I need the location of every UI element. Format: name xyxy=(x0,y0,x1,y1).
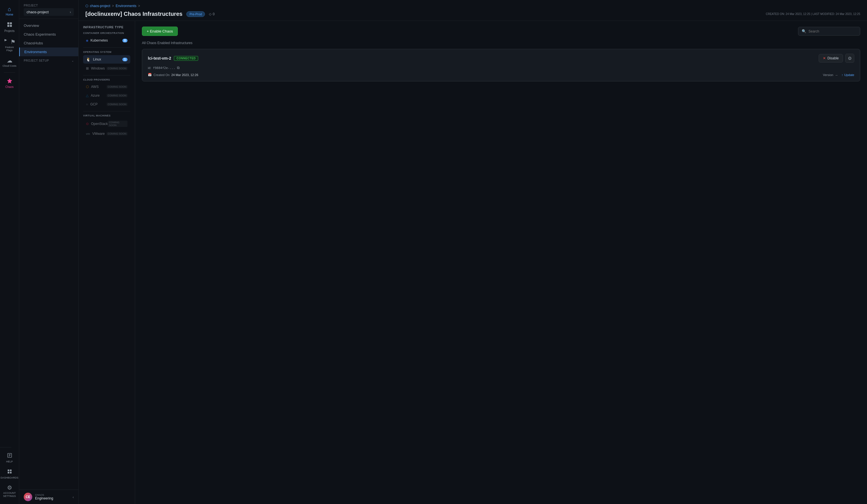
infra-panel: + Enable Chaos 🔍 All Chaos Enabled Infra… xyxy=(135,21,867,504)
infra-card-footer: 📅 Created On 24 Mar 2023, 12:26 Version … xyxy=(148,73,854,77)
aws-soon-badge: COMING SOON xyxy=(107,85,128,88)
svg-rect-12 xyxy=(10,472,12,473)
copy-id-icon[interactable]: ⧉ xyxy=(177,66,180,70)
project-label: Project xyxy=(24,4,74,7)
os-label: Operating System xyxy=(83,51,130,53)
icon-navigation: ⌂ Home Projects ⚑ Feature Flags ☁ Cloud … xyxy=(0,0,19,504)
chaos-icon xyxy=(7,78,12,84)
filter-gcp[interactable]: ○ GCP COMING SOON xyxy=(83,100,130,108)
disable-x-icon: ✕ xyxy=(823,56,826,60)
filter-divider-3 xyxy=(83,111,130,111)
svg-rect-0 xyxy=(7,22,9,24)
chaoshubs-label: ChaosHubs xyxy=(24,41,43,45)
filter-aws[interactable]: ⬡ AWS COMING SOON xyxy=(83,83,130,91)
nav-help[interactable]: HELP xyxy=(0,450,19,466)
page-header: ⬡ chaos-project > Environments > [doclin… xyxy=(78,0,867,21)
version-update: Version -- ↑ Update xyxy=(823,73,854,77)
disable-button[interactable]: ✕ Disable xyxy=(818,54,843,63)
sidebar-nav: Overview Chaos Experiments ChaosHubs Env… xyxy=(19,19,78,490)
azure-soon-badge: COMING SOON xyxy=(107,94,128,97)
openstack-label: OpenStack xyxy=(91,122,108,126)
sidebar-collapse-icon[interactable]: ‹ xyxy=(73,495,74,499)
windows-soon-badge: COMING SOON xyxy=(107,67,128,70)
diamond-count: ◇ 0 xyxy=(209,12,215,16)
svg-rect-1 xyxy=(10,22,12,24)
id-value: f9884f2e-... xyxy=(153,66,175,70)
nav-chaos[interactable]: Chaos xyxy=(0,75,19,91)
page-title-row: [doclinuxenv] Chaos Infrastructures Pre-… xyxy=(85,11,860,17)
azure-label: Azure xyxy=(91,94,99,97)
filter-infra-type-title: Infrastructure type xyxy=(83,25,130,29)
gcp-label: GCP xyxy=(90,102,97,106)
help-icon xyxy=(7,452,12,459)
filter-vmware[interactable]: vm VMware COMING SOON xyxy=(83,130,130,138)
gcp-icon: ○ xyxy=(86,102,88,106)
linux-icon: 🐧 xyxy=(86,57,91,62)
project-selector[interactable]: chaos-project › xyxy=(24,8,74,16)
linux-label: Linux xyxy=(93,57,101,61)
environment-tag: Pre-Prod xyxy=(186,11,205,17)
avatar-text: CE xyxy=(26,495,31,499)
update-link[interactable]: ↑ Update xyxy=(842,73,854,77)
nav-home-label: Home xyxy=(6,13,13,16)
sidebar: Project chaos-project › Overview Chaos E… xyxy=(19,0,78,504)
overview-label: Overview xyxy=(24,23,39,28)
chaos-experiments-label: Chaos Experiments xyxy=(24,32,56,36)
feature-flags-icon: ⚑ xyxy=(3,38,16,45)
dashboards-icon xyxy=(7,469,12,475)
filter-panel: Infrastructure type Container Orchestrat… xyxy=(78,21,135,504)
nav-dashboards[interactable]: DASHBOARDS xyxy=(0,466,19,482)
nav-projects-label: Projects xyxy=(4,29,14,32)
sidebar-item-overview[interactable]: Overview xyxy=(19,21,78,30)
kubernetes-icon: ⎈ xyxy=(86,38,88,43)
nav-projects[interactable]: Projects xyxy=(0,19,19,35)
sidebar-item-chaoshubs[interactable]: ChaosHubs xyxy=(19,39,78,47)
azure-icon: △ xyxy=(86,94,88,97)
section-header-label: PROJECT SETUP xyxy=(24,59,49,62)
nav-separator-bottom xyxy=(0,447,11,448)
content-area: Infrastructure type Container Orchestrat… xyxy=(78,21,867,504)
filter-openstack[interactable]: ⊙ OpenStack COMING SOON xyxy=(83,119,130,129)
enable-chaos-button[interactable]: + Enable Chaos xyxy=(142,26,178,36)
id-label: id: xyxy=(148,66,151,69)
project-chevron-icon: › xyxy=(70,10,71,14)
breadcrumb-environments[interactable]: Environments xyxy=(116,4,136,8)
breadcrumb-sep-1: > xyxy=(112,4,114,8)
update-label: Update xyxy=(844,73,854,77)
main-content: ⬡ chaos-project > Environments > [doclin… xyxy=(78,0,867,504)
update-arrow-icon: ↑ xyxy=(842,73,843,77)
filter-kubernetes[interactable]: ⎈ Kubernetes 0 xyxy=(83,36,130,45)
breadcrumb: ⬡ chaos-project > Environments > xyxy=(85,4,860,8)
nav-feature-flags[interactable]: ⚑ Feature Flags xyxy=(0,35,19,55)
sidebar-bottom: CE CHAOS Engineering ‹ xyxy=(19,490,78,504)
nav-cloud-costs-label: Cloud Costs xyxy=(2,64,17,67)
infra-card: lci-test-vm-2 CONNECTED ✕ Disable ⚙ xyxy=(142,49,860,82)
nav-cloud-costs[interactable]: ☁ Cloud Costs xyxy=(0,55,19,71)
diamond-number: 0 xyxy=(213,12,215,16)
sidebar-item-environments[interactable]: Environments xyxy=(19,47,78,56)
nav-account-settings[interactable]: ⚙ ACCOUNT SETTINGS xyxy=(0,482,19,501)
azure-item-left: △ Azure xyxy=(86,94,99,97)
windows-item-left: ⊞ Windows xyxy=(86,66,105,71)
svg-marker-4 xyxy=(7,78,12,83)
filter-linux[interactable]: 🐧 Linux 1 xyxy=(83,55,130,64)
infra-toolbar: + Enable Chaos 🔍 xyxy=(142,26,860,36)
filter-azure[interactable]: △ Azure COMING SOON xyxy=(83,92,130,99)
infra-id-row: id: f9884f2e-... ⧉ xyxy=(148,66,854,70)
nav-chaos-label: Chaos xyxy=(6,85,13,88)
more-options-button[interactable]: ⚙ xyxy=(845,54,854,63)
created-on-label: Created On xyxy=(153,73,170,77)
status-badge: CONNECTED xyxy=(174,56,198,61)
windows-label: Windows xyxy=(91,66,105,71)
search-input[interactable] xyxy=(809,29,857,33)
nav-home[interactable]: ⌂ Home xyxy=(0,3,19,19)
svg-rect-9 xyxy=(8,470,9,471)
openstack-soon-badge: COMING SOON xyxy=(108,121,128,127)
sidebar-item-chaos-experiments[interactable]: Chaos Experiments xyxy=(19,30,78,39)
kubernetes-item-left: ⎈ Kubernetes xyxy=(86,38,108,43)
aws-icon: ⬡ xyxy=(86,85,89,89)
version-label: Version xyxy=(823,73,833,77)
nav-feature-flags-label: Feature Flags xyxy=(2,46,17,52)
breadcrumb-project[interactable]: chaos-project xyxy=(90,4,110,8)
filter-windows[interactable]: ⊞ Windows COMING SOON xyxy=(83,64,130,72)
